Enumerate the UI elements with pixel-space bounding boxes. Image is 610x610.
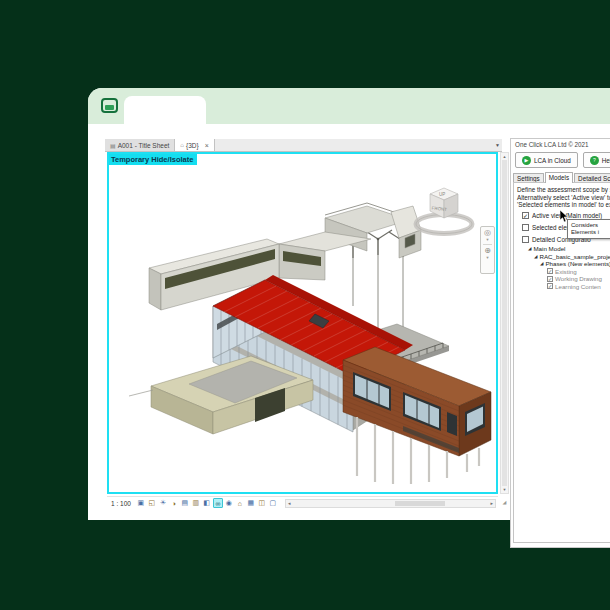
tree-label: Learning Conten <box>555 283 601 290</box>
scrollbar-thumb[interactable] <box>502 160 507 486</box>
help-label: Help <box>602 157 610 164</box>
tree-label: Phases (New elements) <box>545 260 610 267</box>
zoom-icon[interactable]: ⊕ <box>484 247 491 255</box>
view-3d-icon: ⌂ <box>180 142 184 148</box>
lca-in-cloud-button[interactable]: ▶ LCA in Cloud <box>515 152 578 168</box>
expander-icon[interactable]: ◢ <box>540 261 543 266</box>
tree-item-working-drawing[interactable]: ✓ Working Drawing <box>514 275 610 283</box>
vertical-scrollbar[interactable]: ▲ ▼ <box>500 152 509 494</box>
tooltip: Considers Elements i <box>567 219 610 239</box>
question-icon: ? <box>590 156 599 165</box>
app-window: ▤ A001 - Title Sheet ⌂ {3D} × ▼ Temporar… <box>88 88 610 520</box>
view-tab-label: A001 - Title Sheet <box>118 142 170 149</box>
checkbox-icon[interactable]: ✓ <box>547 283 553 289</box>
panel-title: One Click LCA Ltd © 2021 <box>511 139 610 150</box>
panel-buttons: ▶ LCA in Cloud ? Help <box>515 152 610 168</box>
crop-region-visibility-icon[interactable]: ◱ <box>147 498 157 508</box>
checkbox-icon[interactable] <box>522 236 529 243</box>
view-scale-button[interactable]: 1 : 100 <box>109 500 135 507</box>
reveal-hidden-icon[interactable]: ◉ <box>224 498 234 508</box>
horizontal-scrollbar[interactable]: ◂ ▸ <box>285 499 496 508</box>
tree-label: RAC_basic_sample_proje <box>539 253 610 260</box>
chevron-down-icon[interactable]: ▼ <box>486 238 490 242</box>
tree-label: Working Drawing <box>555 275 602 282</box>
scrollbar-thumb[interactable] <box>395 501 445 506</box>
sun-path-icon[interactable]: ☀ <box>158 498 168 508</box>
tab-models[interactable]: Models <box>545 172 573 183</box>
crop-view-icon[interactable]: ▣ <box>136 498 146 508</box>
navigation-bar: ◎ ▼ ⊕ ▼ <box>480 226 495 274</box>
lca-in-cloud-label: LCA in Cloud <box>534 157 571 164</box>
window-title-bar <box>88 88 610 124</box>
checkbox-icon[interactable]: ✓ <box>547 268 553 274</box>
scroll-down-icon[interactable]: ▼ <box>503 487 507 492</box>
viewcube-up-label: UP <box>439 192 445 197</box>
checkbox-icon[interactable] <box>522 224 529 231</box>
view-control-bar: 1 : 100 ▣ ◱ ☀ ◑ ▤ ▥ ◧ ∞ ◉ ⌂ ▦ ◫ ▢ ◂ ▸ <box>107 496 498 509</box>
browser-tab[interactable] <box>124 96 206 124</box>
view-tab-label: {3D} <box>186 142 199 149</box>
steering-wheel-icon[interactable]: ◎ <box>484 229 491 237</box>
temporary-view-properties-icon[interactable]: ⌂ <box>235 498 245 508</box>
model-tree: ◢ Main Model ◢ RAC_basic_sample_proje ◢ … <box>514 245 610 290</box>
tree-label: Existing <box>555 268 577 275</box>
tooltip-line: Considers <box>571 222 610 229</box>
description-line: 'Selected elements in model' to export a <box>517 201 610 209</box>
temporary-hide-isolate-banner: Temporary Hide/Isolate <box>109 154 197 165</box>
detail-level-icon[interactable]: ▥ <box>191 498 201 508</box>
drawing-area[interactable]: Temporary Hide/Isolate <box>107 152 498 494</box>
view-tab-title-sheet[interactable]: ▤ A001 - Title Sheet <box>105 139 175 151</box>
tree-item-existing[interactable]: ✓ Existing <box>514 268 610 276</box>
tooltip-line: Elements i <box>571 229 610 236</box>
tree-item-main-model[interactable]: ◢ Main Model <box>514 245 610 253</box>
temporary-hide-isolate-icon[interactable]: ∞ <box>213 498 223 508</box>
tree-item-learning-content[interactable]: ✓ Learning Conten <box>514 283 610 291</box>
tree-item-phases[interactable]: ◢ Phases (New elements) <box>514 260 610 268</box>
one-click-lca-panel: One Click LCA Ltd © 2021 ▶ LCA in Cloud … <box>510 138 610 548</box>
expander-icon[interactable]: ◢ <box>534 254 537 259</box>
chevron-down-icon[interactable]: ▼ <box>486 256 490 260</box>
view-tab-bar: ▤ A001 - Title Sheet ⌂ {3D} × ▼ <box>105 139 502 152</box>
help-button[interactable]: ? Help <box>583 152 610 168</box>
display-icon <box>101 98 118 113</box>
view-tab-3d[interactable]: ⌂ {3D} × <box>175 139 214 151</box>
resize-grip-icon[interactable]: ◢ <box>500 496 509 509</box>
app-body: ▤ A001 - Title Sheet ⌂ {3D} × ▼ Temporar… <box>88 124 610 520</box>
description-line: Define the assessment scope by selectin <box>517 186 610 194</box>
shadows-icon[interactable]: ◑ <box>169 498 179 508</box>
scroll-right-icon[interactable]: ▸ <box>488 500 495 506</box>
scope-description: Define the assessment scope by selectin … <box>514 183 610 209</box>
checkbox-icon[interactable]: ✓ <box>522 212 529 219</box>
sheet-icon: ▤ <box>110 142 116 149</box>
constraints-icon[interactable]: ◫ <box>257 498 267 508</box>
scroll-up-icon[interactable]: ▲ <box>503 154 507 159</box>
visual-style-icon[interactable]: ▤ <box>180 498 190 508</box>
worksharing-icon[interactable]: ▢ <box>268 498 278 508</box>
description-line: Alternatively select 'Active view' to ex… <box>517 194 610 202</box>
models-tab-page: Define the assessment scope by selectin … <box>513 182 610 543</box>
tree-label: Main Model <box>533 245 565 252</box>
analytical-model-icon[interactable]: ▦ <box>246 498 256 508</box>
scroll-left-icon[interactable]: ◂ <box>286 500 293 506</box>
play-icon: ▶ <box>522 156 531 165</box>
show-hidden-icon[interactable]: ◧ <box>202 498 212 508</box>
viewcube[interactable]: UP FRONT <box>398 182 490 240</box>
checkbox-icon[interactable]: ✓ <box>547 276 553 282</box>
expander-icon[interactable]: ◢ <box>528 246 531 251</box>
close-icon[interactable]: × <box>205 142 209 149</box>
tree-item-rac-sample[interactable]: ◢ RAC_basic_sample_proje <box>514 253 610 261</box>
mouse-cursor <box>560 210 570 223</box>
tab-overflow-chevron-icon[interactable]: ▼ <box>495 139 502 151</box>
